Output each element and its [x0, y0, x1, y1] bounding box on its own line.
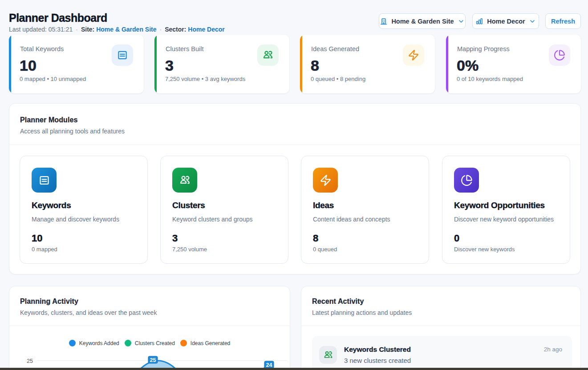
svg-text:25: 25 [27, 358, 33, 364]
svg-text:24: 24 [266, 362, 272, 368]
svg-text:25: 25 [150, 357, 156, 363]
